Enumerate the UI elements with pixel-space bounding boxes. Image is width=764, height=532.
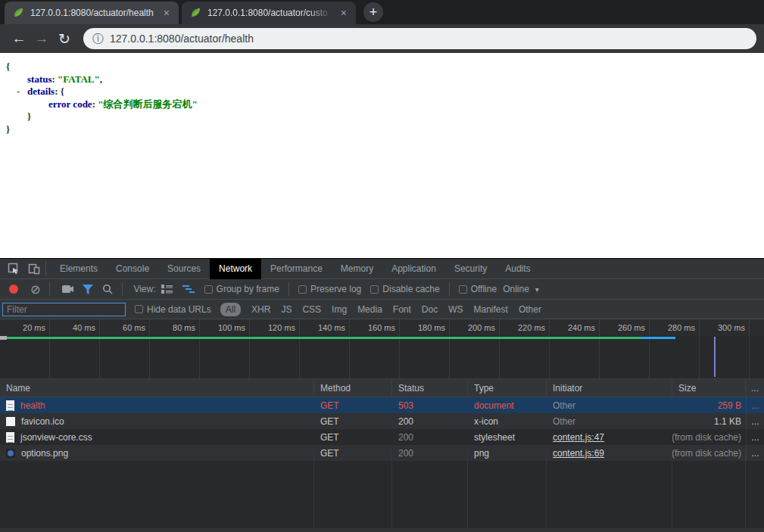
horizontal-scrollbar-track[interactable] — [0, 528, 764, 532]
column-header-initiator[interactable]: Initiator — [547, 379, 672, 397]
reload-icon[interactable]: ↻ — [53, 30, 76, 48]
ruler-tick: 300 ms — [700, 319, 750, 336]
divider — [45, 262, 46, 275]
new-tab-button[interactable]: + — [363, 2, 383, 22]
browser-tab-health[interactable]: 127.0.0.1:8080/actuator/health × — [5, 2, 179, 24]
column-header-size[interactable]: Size — [672, 379, 746, 397]
request-size: 259 B — [672, 397, 746, 413]
device-toolbar-icon[interactable] — [27, 262, 41, 275]
network-toolbar: ⊘ View: Group by frame Preserve — [0, 279, 764, 300]
browser-tab-custom[interactable]: 127.0.0.1:8080/actuator/custo × — [182, 2, 356, 24]
devtools-tab-elements[interactable]: Elements — [51, 259, 107, 279]
devtools-tab-audits[interactable]: Audits — [496, 259, 539, 279]
devtools-tab-console[interactable]: Console — [107, 259, 158, 279]
hide-data-urls-checkbox[interactable] — [135, 305, 143, 313]
filter-input[interactable] — [2, 303, 126, 316]
filter-type-manifest[interactable]: Manifest — [474, 304, 508, 315]
ruler-tick: 20 ms — [0, 319, 50, 336]
column-header-type[interactable]: Type — [468, 379, 547, 397]
devtools-tab-memory[interactable]: Memory — [332, 259, 382, 279]
request-name: favicon.ico — [21, 416, 64, 427]
json-line: status: "FATAL", — [6, 73, 764, 86]
waterfall-overview-icon[interactable] — [182, 282, 195, 296]
inspect-element-icon[interactable] — [7, 262, 20, 275]
column-header-name[interactable]: Name — [0, 379, 314, 397]
devtools-tab-application[interactable]: Application — [382, 259, 445, 279]
close-icon[interactable]: × — [339, 8, 348, 18]
row-overflow-indicator: ... — [746, 429, 764, 445]
network-filter-bar: Hide data URLs All XHR JS CSS Img Media … — [0, 300, 764, 319]
throttling-select[interactable]: Online — [503, 284, 529, 294]
json-colon: : — [55, 86, 61, 97]
image-icon — [6, 417, 15, 426]
request-type: stylesheet — [468, 429, 547, 445]
table-row-favicon[interactable]: favicon.ico GET 200 x-icon Other 1.1 KB … — [0, 413, 764, 429]
row-overflow-indicator: ... — [746, 413, 764, 429]
chevron-down-icon[interactable]: ▾ — [535, 285, 539, 294]
filter-type-all[interactable]: All — [220, 303, 241, 316]
table-empty-area — [0, 449, 764, 532]
disable-cache-checkbox[interactable] — [370, 285, 379, 294]
devtools-tab-network[interactable]: Network — [210, 259, 261, 279]
json-line: { — [6, 61, 764, 73]
search-icon[interactable] — [101, 282, 114, 296]
request-status: 200 — [392, 429, 468, 445]
ruler-tick: 160 ms — [350, 319, 400, 336]
json-brace: } — [27, 110, 31, 122]
filter-type-img[interactable]: Img — [332, 304, 347, 315]
document-icon — [6, 432, 14, 443]
filter-type-css[interactable]: CSS — [302, 304, 321, 315]
tab-title: 127.0.0.1:8080/actuator/health — [30, 8, 156, 18]
filter-type-xhr[interactable]: XHR — [251, 304, 270, 315]
collapse-toggle-icon[interactable]: - — [17, 86, 20, 98]
json-value: "FATAL" — [58, 73, 100, 85]
ruler-tick: 180 ms — [400, 319, 450, 336]
filter-type-js[interactable]: JS — [281, 304, 292, 315]
ruler-tick: 260 ms — [600, 319, 650, 336]
filter-type-font[interactable]: Font — [393, 304, 411, 315]
screenshot-capture-icon[interactable] — [61, 282, 75, 296]
filter-type-ws[interactable]: WS — [448, 304, 463, 315]
devtools-tab-sources[interactable]: Sources — [158, 259, 210, 279]
info-icon[interactable]: ⓘ — [92, 32, 104, 46]
initiator-link[interactable]: content.js:47 — [553, 432, 604, 443]
column-header-method[interactable]: Method — [314, 379, 392, 397]
overview-green-bar — [7, 337, 641, 339]
forward-icon[interactable]: → — [30, 30, 53, 47]
tab-strip: 127.0.0.1:8080/actuator/health × 127.0.0… — [0, 0, 764, 24]
filter-type-other[interactable]: Other — [519, 304, 541, 315]
column-header-more[interactable]: ... — [746, 379, 764, 397]
view-list-icon[interactable] — [161, 282, 174, 296]
devtools-tab-performance[interactable]: Performance — [261, 259, 332, 279]
clear-icon[interactable]: ⊘ — [30, 282, 40, 297]
request-name: health — [20, 400, 45, 411]
ruler-tick: 60 ms — [100, 319, 150, 336]
offline-checkbox[interactable] — [459, 285, 467, 294]
filter-type-media[interactable]: Media — [357, 304, 382, 315]
hide-data-urls-label: Hide data URLs — [147, 304, 211, 315]
group-by-frame-checkbox[interactable] — [204, 285, 213, 294]
tab-title: 127.0.0.1:8080/actuator/custo — [207, 8, 333, 18]
close-icon[interactable]: × — [162, 8, 171, 18]
navigation-toolbar: ← → ↻ ⓘ 127.0.0.1:8080/actuator/health — [0, 24, 764, 53]
document-icon — [6, 400, 14, 411]
offline-label: Offline — [471, 284, 497, 294]
divider — [49, 282, 50, 296]
column-header-status[interactable]: Status — [392, 379, 468, 397]
network-overview-pane[interactable] — [0, 336, 764, 379]
filter-funnel-icon[interactable] — [81, 282, 95, 296]
address-bar[interactable]: ⓘ 127.0.0.1:8080/actuator/health — [83, 28, 756, 49]
table-row-jsonview-css[interactable]: jsonview-core.css GET 200 stylesheet con… — [0, 429, 764, 445]
devtools-tab-security[interactable]: Security — [445, 259, 496, 279]
request-method: GET — [314, 397, 392, 413]
table-row-health[interactable]: health GET 503 document Other 259 B ... — [0, 397, 764, 413]
json-key: details — [27, 86, 55, 97]
record-button[interactable] — [9, 285, 18, 294]
group-by-frame-label: Group by frame — [217, 284, 279, 294]
request-initiator: Other — [547, 413, 672, 429]
url-text[interactable]: 127.0.0.1:8080/actuator/health — [110, 33, 254, 45]
devtools-tab-bar: Elements Console Sources Network Perform… — [0, 259, 764, 279]
back-icon[interactable]: ← — [8, 30, 30, 47]
preserve-log-checkbox[interactable] — [298, 285, 307, 294]
filter-type-doc[interactable]: Doc — [422, 304, 438, 315]
